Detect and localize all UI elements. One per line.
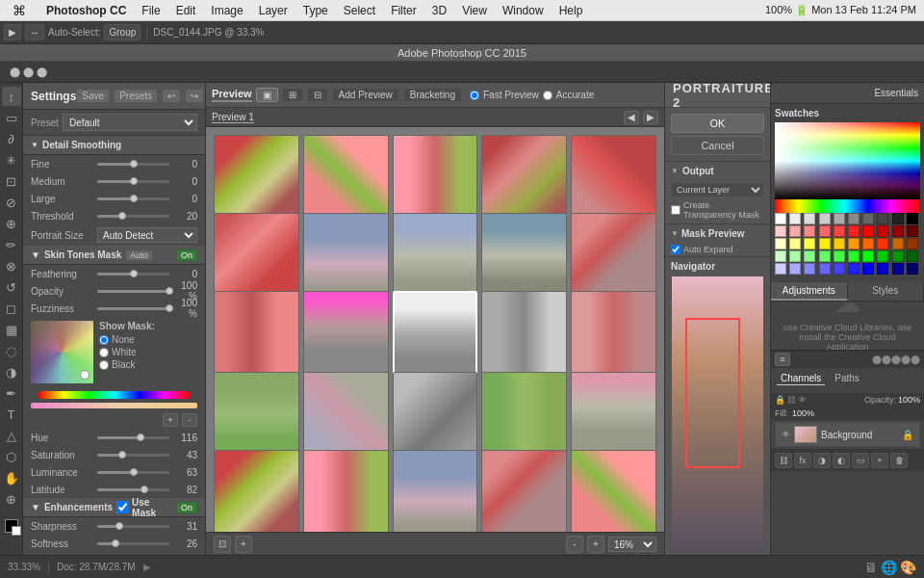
eyedrop-btn1[interactable]: +	[163, 413, 178, 427]
swatch-4[interactable]	[834, 213, 845, 224]
bracketing-btn[interactable]: Bracketing	[403, 88, 462, 102]
swatch-0[interactable]	[775, 213, 786, 224]
portrait-size-select[interactable]: Auto Detect	[97, 227, 197, 243]
swatch-46[interactable]	[862, 263, 874, 275]
swatch-35[interactable]	[848, 250, 860, 262]
paths-tab[interactable]: Paths	[831, 372, 863, 385]
swatch-2[interactable]	[804, 213, 815, 224]
tool-gradient-icon[interactable]: ▦	[2, 320, 21, 339]
tool-crop-icon[interactable]: ⊡	[2, 171, 21, 191]
thumbnail-16[interactable]	[303, 372, 389, 458]
swatch-23[interactable]	[819, 238, 831, 250]
swatch-8[interactable]	[892, 213, 904, 224]
swatch-13[interactable]	[819, 225, 831, 237]
detail-smoothing-header[interactable]: ▼ Detail Smoothing	[23, 136, 205, 155]
zoom-in-2-btn[interactable]: +	[587, 536, 604, 553]
thumbnail-15[interactable]	[214, 372, 299, 458]
swatch-16[interactable]	[862, 225, 874, 237]
luminance-slider[interactable]	[97, 471, 169, 474]
thumbnail-19[interactable]	[571, 372, 656, 458]
thumbnail-9[interactable]	[571, 213, 656, 299]
tool-move[interactable]: ↔	[25, 24, 44, 40]
swatch-6[interactable]	[862, 213, 874, 224]
saturation-slider[interactable]	[97, 454, 169, 457]
large-slider[interactable]	[97, 197, 169, 200]
swatch-45[interactable]	[848, 263, 860, 275]
tool-zoom-icon[interactable]: ⊕	[2, 489, 21, 509]
zoom-fit-btn[interactable]: ⊡	[214, 536, 231, 553]
prev-preview-btn[interactable]: ◀	[624, 111, 639, 124]
tool-history-icon[interactable]: ↺	[2, 277, 21, 297]
swatch-29[interactable]	[907, 238, 918, 250]
next-preview-btn[interactable]: ▶	[643, 111, 658, 124]
swatch-3[interactable]	[819, 213, 831, 224]
layer-link-btn[interactable]: ⛓	[775, 453, 792, 468]
mask-white-radio[interactable]	[99, 348, 109, 357]
thumbnail-11[interactable]	[303, 291, 389, 377]
redo-button[interactable]: ↪	[185, 89, 204, 103]
tool-brush-icon[interactable]: ✏	[2, 235, 21, 254]
layer-group-btn[interactable]: ▭	[852, 453, 869, 468]
latitude-slider[interactable]	[97, 488, 169, 491]
tool-magic-wand-icon[interactable]: ✳	[2, 150, 21, 170]
view-compare-btn[interactable]: ⊟	[307, 88, 328, 102]
swatch-38[interactable]	[892, 250, 904, 262]
add-preview-btn[interactable]: Add Preview	[332, 88, 399, 102]
swatch-49[interactable]	[907, 263, 918, 275]
thumbnail-10[interactable]	[214, 291, 299, 377]
swatch-12[interactable]	[804, 225, 815, 237]
thumbnail-21[interactable]	[303, 450, 389, 532]
thumbnail-18[interactable]	[481, 372, 567, 458]
layer-adj-btn[interactable]: ◐	[833, 453, 850, 468]
mask-black-row[interactable]: Black	[99, 359, 155, 370]
thumbnail-1[interactable]	[303, 135, 389, 221]
sharpness-slider[interactable]	[97, 525, 169, 528]
swatch-30[interactable]	[775, 250, 786, 262]
menu-file[interactable]: File	[134, 4, 167, 17]
color-palette-bar[interactable]	[775, 199, 920, 213]
thumbnail-5[interactable]	[214, 213, 299, 299]
thumbnail-0[interactable]	[214, 135, 299, 221]
save-button[interactable]: Save	[76, 89, 110, 103]
fuzziness-slider[interactable]	[97, 307, 169, 310]
swatch-43[interactable]	[819, 263, 831, 275]
swatch-19[interactable]	[907, 225, 918, 237]
eyedrop-btn2[interactable]: -	[182, 413, 197, 427]
softness-slider[interactable]	[97, 542, 169, 545]
swatch-44[interactable]	[834, 263, 845, 275]
swatch-31[interactable]	[789, 250, 801, 262]
swatch-21[interactable]	[789, 238, 801, 250]
color-wheel[interactable]	[31, 321, 93, 383]
swatch-42[interactable]	[804, 263, 815, 275]
swatch-20[interactable]	[775, 238, 786, 250]
swatch-7[interactable]	[877, 213, 888, 224]
swatch-37[interactable]	[877, 250, 888, 262]
swatch-34[interactable]	[834, 250, 845, 262]
hue-slider[interactable]	[97, 436, 169, 439]
menu-view[interactable]: View	[454, 4, 495, 17]
tool-dodge-icon[interactable]: ◑	[2, 362, 21, 381]
thumbnail-14[interactable]	[571, 291, 656, 377]
autoselect-select[interactable]: Group	[104, 24, 141, 40]
accurate-radio[interactable]	[543, 91, 552, 100]
layer-new-btn[interactable]: +	[871, 453, 888, 468]
channels-tab[interactable]: Channels	[777, 372, 825, 385]
use-mask-checkbox[interactable]	[116, 501, 129, 513]
hue-bar[interactable]	[38, 391, 190, 399]
tool-clone-icon[interactable]: ⊗	[2, 256, 21, 276]
menu-help[interactable]: Help	[552, 4, 591, 17]
swatch-11[interactable]	[789, 225, 801, 237]
undo-button[interactable]: ↩	[162, 89, 181, 103]
swatch-27[interactable]	[877, 238, 888, 250]
swatch-22[interactable]	[804, 238, 815, 250]
swatch-36[interactable]	[862, 250, 874, 262]
tool-text-icon[interactable]: T	[2, 405, 21, 424]
thumbnail-8[interactable]	[481, 213, 567, 299]
thumbnail-3[interactable]	[481, 135, 567, 221]
zoom-select[interactable]: 16% 8% 25% 33% 50% 100%	[608, 537, 656, 552]
zoom-in-btn[interactable]: +	[235, 536, 252, 553]
swatch-14[interactable]	[834, 225, 845, 237]
swatch-1[interactable]	[789, 213, 801, 224]
skin-tones-auto-btn[interactable]: Auto	[125, 250, 153, 261]
navigator-thumbnail[interactable]	[671, 276, 764, 551]
